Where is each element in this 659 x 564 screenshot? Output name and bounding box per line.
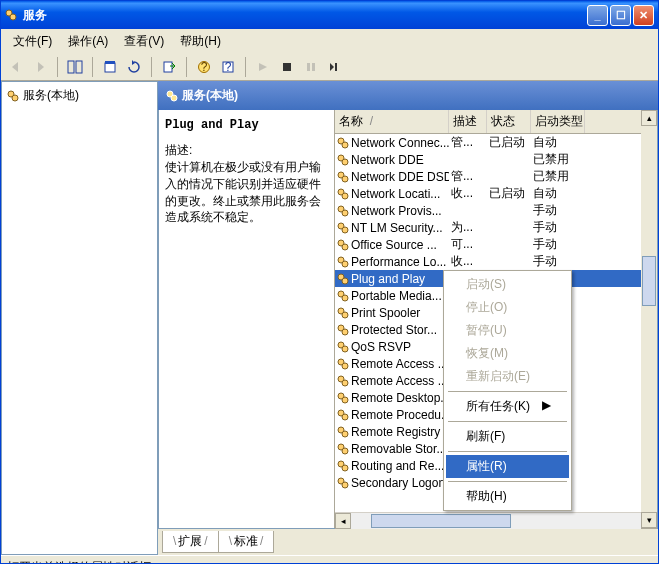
v-thumb[interactable]	[642, 256, 656, 306]
svc-name: Removable Stor...	[351, 442, 446, 456]
help2-button[interactable]: ?	[217, 56, 239, 78]
menu-file[interactable]: 文件(F)	[5, 31, 60, 52]
svg-point-18	[171, 95, 177, 101]
ctx-alltasks[interactable]: 所有任务(K)▶	[446, 395, 569, 418]
refresh-button[interactable]	[123, 56, 145, 78]
col-desc[interactable]: 描述	[449, 110, 487, 133]
h-thumb[interactable]	[371, 514, 511, 528]
ctx-refresh[interactable]: 刷新(F)	[446, 425, 569, 448]
help-button[interactable]: ?	[193, 56, 215, 78]
minimize-button[interactable]: _	[587, 5, 608, 26]
svc-status: 已启动	[487, 134, 531, 151]
svc-desc: 为...	[449, 219, 487, 236]
pane-title: 服务(本地)	[182, 87, 238, 104]
svg-point-24	[342, 176, 348, 182]
svc-startup: 已禁用	[531, 168, 585, 185]
table-row[interactable]: Network DDE已禁用	[335, 151, 657, 168]
svc-startup: 自动	[531, 134, 585, 151]
service-icon	[337, 409, 349, 421]
app-icon	[5, 9, 17, 21]
svg-point-58	[342, 465, 348, 471]
service-icon	[337, 205, 349, 217]
service-icon	[337, 324, 349, 336]
svc-name: Remote Procedu...	[351, 408, 449, 422]
scroll-down-button[interactable]: ▾	[641, 512, 657, 528]
window-title: 服务	[23, 7, 47, 24]
table-row[interactable]: Network DDE DSDM管...已禁用	[335, 168, 657, 185]
ctx-properties[interactable]: 属性(R)	[446, 455, 569, 478]
table-row[interactable]: Office Source ...可...手动	[335, 236, 657, 253]
svc-name: QoS RSVP	[351, 340, 411, 354]
svc-desc: 收...	[449, 185, 487, 202]
service-icon	[337, 307, 349, 319]
svc-desc: 管...	[449, 134, 487, 151]
export-button[interactable]	[158, 56, 180, 78]
status-bar: 打开当前选择的属性对话框。	[1, 555, 658, 564]
menu-help[interactable]: 帮助(H)	[172, 31, 229, 52]
scroll-left-button[interactable]: ◂	[335, 513, 351, 529]
service-list[interactable]: 名称 / 描述 状态 启动类型 Network Connec...管...已启动…	[335, 110, 657, 528]
svc-name: Routing and Re...	[351, 459, 444, 473]
properties-button[interactable]	[99, 56, 121, 78]
svc-name: Performance Lo...	[351, 255, 446, 269]
ctx-start[interactable]: 启动(S)	[446, 273, 569, 296]
scroll-up-button[interactable]: ▴	[641, 110, 657, 126]
svc-startup: 手动	[531, 253, 585, 270]
forward-button[interactable]	[29, 56, 51, 78]
maximize-button[interactable]: ☐	[610, 5, 631, 26]
ctx-stop[interactable]: 停止(O)	[446, 296, 569, 319]
service-icon	[337, 188, 349, 200]
menu-view[interactable]: 查看(V)	[116, 31, 172, 52]
svg-point-52	[342, 414, 348, 420]
svg-point-1	[10, 14, 16, 20]
show-hide-button[interactable]	[64, 56, 86, 78]
table-row[interactable]: NT LM Security...为...手动	[335, 219, 657, 236]
svc-startup: 自动	[531, 185, 585, 202]
v-scrollbar[interactable]: ▴ ▾	[641, 110, 657, 528]
service-icon	[337, 460, 349, 472]
close-button[interactable]: ✕	[633, 5, 654, 26]
tab-standard[interactable]: 标准	[218, 531, 275, 553]
pause-svc-button[interactable]	[300, 56, 322, 78]
svg-point-38	[342, 295, 348, 301]
svc-startup: 手动	[531, 219, 585, 236]
tab-extended[interactable]: 扩展	[162, 531, 219, 553]
tree-root[interactable]: 服务(本地)	[6, 86, 153, 105]
svg-point-56	[342, 448, 348, 454]
service-icon	[337, 290, 349, 302]
col-startup[interactable]: 启动类型	[531, 110, 585, 133]
back-button[interactable]	[5, 56, 27, 78]
ctx-pause[interactable]: 暂停(U)	[446, 319, 569, 342]
svc-name: Secondary Logon	[351, 476, 445, 490]
svc-startup: 手动	[531, 202, 585, 219]
svg-rect-14	[335, 63, 337, 71]
svg-text:?: ?	[225, 60, 232, 74]
svg-point-22	[342, 159, 348, 165]
col-name[interactable]: 名称 /	[335, 110, 449, 133]
table-row[interactable]: Network Provis...手动	[335, 202, 657, 219]
ctx-help[interactable]: 帮助(H)	[446, 485, 569, 508]
svc-name: NT LM Security...	[351, 221, 443, 235]
stop-svc-button[interactable]	[276, 56, 298, 78]
table-row[interactable]: Performance Lo...收...手动	[335, 253, 657, 270]
svg-rect-5	[105, 61, 115, 64]
menu-bar: 文件(F) 操作(A) 查看(V) 帮助(H)	[1, 29, 658, 54]
h-scrollbar[interactable]: ◂ ▸	[335, 512, 657, 528]
svc-name: Network Locati...	[351, 187, 440, 201]
ctx-resume[interactable]: 恢复(M)	[446, 342, 569, 365]
tree-pane[interactable]: 服务(本地)	[1, 81, 158, 555]
menu-action[interactable]: 操作(A)	[60, 31, 116, 52]
column-headers[interactable]: 名称 / 描述 状态 启动类型	[335, 110, 657, 134]
start-svc-button[interactable]	[252, 56, 274, 78]
svg-point-50	[342, 397, 348, 403]
svg-rect-6	[164, 62, 172, 72]
restart-svc-button[interactable]	[324, 56, 346, 78]
svc-name: Plug and Play	[351, 272, 425, 286]
service-icon	[337, 154, 349, 166]
col-status[interactable]: 状态	[487, 110, 531, 133]
table-row[interactable]: Network Locati...收...已启动自动	[335, 185, 657, 202]
table-row[interactable]: Network Connec...管...已启动自动	[335, 134, 657, 151]
svc-name: Remote Access ...	[351, 374, 448, 388]
title-bar: 服务 _ ☐ ✕	[1, 1, 658, 29]
ctx-restart[interactable]: 重新启动(E)	[446, 365, 569, 388]
